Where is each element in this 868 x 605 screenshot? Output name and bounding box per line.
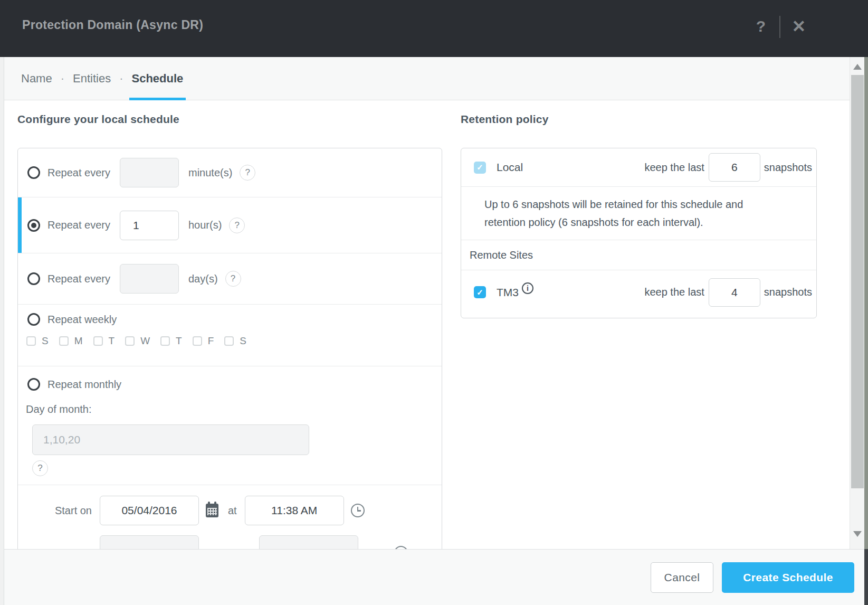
- friday-checkbox[interactable]: [193, 336, 202, 346]
- repeat-weekly-label: Repeat weekly: [47, 314, 117, 326]
- repeat-monthly-label: Repeat monthly: [47, 379, 121, 391]
- dialog-title: Protection Domain (Async DR): [22, 18, 203, 32]
- tab-separator: ·: [119, 72, 123, 86]
- repeat-minutes-unit: minute(s): [188, 167, 232, 179]
- day-of-month-input[interactable]: [32, 424, 309, 455]
- tuesday-checkbox[interactable]: [93, 336, 103, 346]
- monthly-help-icon[interactable]: ?: [32, 460, 48, 476]
- protection-domain-dialog: Protection Domain (Async DR) ? ✕ Name · …: [0, 0, 868, 605]
- end-date-input[interactable]: [100, 535, 199, 549]
- days-help-icon[interactable]: ?: [225, 271, 241, 287]
- tm3-checkbox[interactable]: ✓: [474, 286, 486, 298]
- thursday-label: T: [176, 335, 182, 347]
- wednesday-label: W: [140, 335, 150, 347]
- repeat-weekly-radio[interactable]: [27, 313, 40, 326]
- tm3-snapshots-unit: snapshots: [764, 286, 812, 298]
- tm3-keep-label: keep the last: [644, 286, 704, 298]
- help-icon[interactable]: ?: [751, 16, 770, 37]
- start-date-input[interactable]: [100, 496, 199, 525]
- retention-panel: ✓ Local keep the last snapshots Up to 6 …: [461, 148, 817, 318]
- local-snapshots-input[interactable]: [709, 153, 760, 182]
- scroll-down-arrow-icon[interactable]: [853, 531, 862, 537]
- start-on-label: Start on: [27, 505, 92, 517]
- tm3-keep-group: keep the last snapshots: [644, 278, 816, 307]
- tab-name[interactable]: Name: [21, 57, 52, 100]
- saturday-label: S: [240, 335, 246, 347]
- tab-schedule[interactable]: Schedule: [132, 57, 184, 100]
- scrollbar-thumb[interactable]: [851, 75, 864, 488]
- start-time-input[interactable]: [245, 496, 344, 525]
- local-keep-label: keep the last: [644, 162, 704, 174]
- repeat-hours-row: Repeat every hour(s) ?: [18, 197, 442, 253]
- local-label: Local: [497, 161, 523, 174]
- tab-separator: ·: [61, 72, 64, 86]
- repeat-days-unit: day(s): [188, 273, 218, 285]
- saturday-checkbox[interactable]: [224, 336, 234, 346]
- page-background-right-bottom: [864, 549, 868, 605]
- retention-section-heading: Retention policy: [461, 113, 549, 126]
- retention-info-line2: retention policy (6 snapshots for each i…: [484, 216, 703, 228]
- clock-icon[interactable]: [351, 504, 365, 517]
- monday-checkbox[interactable]: [59, 336, 69, 346]
- weekday-sunday[interactable]: S: [26, 335, 49, 347]
- tm3-label: TM3: [497, 286, 519, 299]
- repeat-minutes-row: Repeat every minute(s) ?: [18, 148, 442, 197]
- wednesday-checkbox[interactable]: [125, 336, 135, 346]
- weekday-tuesday[interactable]: T: [93, 335, 115, 347]
- repeat-minutes-radio[interactable]: [27, 166, 40, 179]
- repeat-monthly-radio[interactable]: [27, 378, 40, 391]
- end-time-input[interactable]: [259, 535, 358, 549]
- schedule-options-panel: Repeat every minute(s) ? Repeat every ho…: [17, 148, 442, 549]
- minutes-help-icon[interactable]: ?: [240, 165, 255, 181]
- day-of-month-label: Day of month:: [26, 403, 92, 415]
- sunday-label: S: [42, 335, 49, 347]
- tm3-snapshots-input[interactable]: [709, 278, 760, 307]
- monday-label: M: [74, 335, 83, 347]
- wizard-tab-bar: Name · Entities · Schedule: [4, 57, 850, 100]
- repeat-minutes-input[interactable]: [120, 158, 179, 187]
- calendar-icon[interactable]: [206, 504, 218, 517]
- repeat-days-label: Repeat every: [47, 273, 110, 285]
- remote-sites-label: Remote Sites: [461, 240, 816, 270]
- scroll-up-arrow-icon[interactable]: [853, 64, 862, 70]
- sunday-checkbox[interactable]: [26, 336, 36, 346]
- dialog-body: Configure your local schedule Repeat eve…: [4, 100, 850, 549]
- repeat-weekly-row: Repeat weekly S M T W T F S: [18, 304, 442, 366]
- local-retention-row: ✓ Local keep the last snapshots: [461, 148, 816, 186]
- repeat-hours-radio[interactable]: [27, 219, 40, 232]
- weekday-saturday[interactable]: S: [224, 335, 246, 347]
- local-snapshots-unit: snapshots: [764, 162, 812, 174]
- end-on-row-partial: at: [18, 535, 442, 549]
- repeat-days-input[interactable]: [120, 264, 179, 294]
- cancel-button[interactable]: Cancel: [651, 562, 713, 593]
- tm3-retention-row: ✓ TM3 i keep the last snapshots: [461, 270, 816, 314]
- start-at-label: at: [228, 505, 237, 517]
- close-icon[interactable]: ✕: [788, 16, 809, 37]
- weekday-checkbox-group: S M T W T F S: [18, 335, 257, 347]
- tuesday-label: T: [109, 335, 115, 347]
- vertical-scrollbar[interactable]: [850, 57, 864, 549]
- tm3-info-icon[interactable]: i: [522, 282, 533, 294]
- hours-help-icon[interactable]: ?: [229, 218, 245, 233]
- page-background-right: [864, 57, 868, 549]
- weekday-wednesday[interactable]: W: [125, 335, 150, 347]
- dialog-header: Protection Domain (Async DR) ? ✕: [0, 0, 868, 57]
- header-divider: [779, 16, 780, 38]
- repeat-monthly-row: Repeat monthly Day of month: ?: [18, 366, 442, 485]
- weekday-friday[interactable]: F: [193, 335, 214, 347]
- repeat-hours-unit: hour(s): [188, 219, 222, 231]
- repeat-days-radio[interactable]: [27, 272, 40, 285]
- repeat-hours-label: Repeat every: [47, 219, 110, 231]
- friday-label: F: [208, 335, 214, 347]
- repeat-hours-input[interactable]: [120, 211, 179, 240]
- schedule-section-heading: Configure your local schedule: [17, 113, 179, 126]
- create-schedule-button[interactable]: Create Schedule: [722, 562, 854, 593]
- repeat-days-row: Repeat every day(s) ?: [18, 253, 442, 304]
- thursday-checkbox[interactable]: [160, 336, 170, 346]
- retention-info-line1: Up to 6 snapshots will be retained for t…: [484, 198, 743, 210]
- weekday-thursday[interactable]: T: [160, 335, 182, 347]
- weekday-monday[interactable]: M: [59, 335, 83, 347]
- tab-entities[interactable]: Entities: [73, 57, 111, 100]
- local-checkbox[interactable]: ✓: [474, 162, 486, 174]
- page-background-left: [0, 57, 4, 605]
